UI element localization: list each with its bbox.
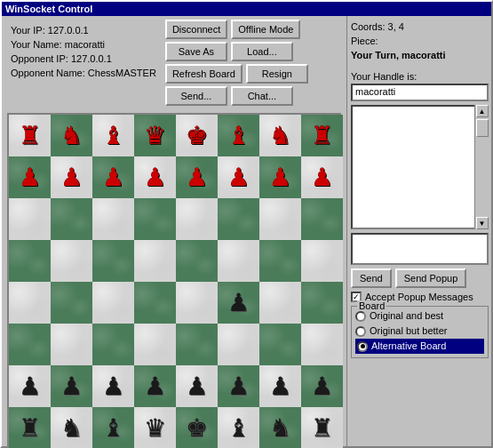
cell-5-6[interactable] [259, 324, 301, 365]
cell-5-2[interactable] [92, 324, 134, 365]
scroll-up[interactable]: ▲ [476, 105, 489, 117]
scroll-down[interactable]: ▼ [476, 217, 489, 229]
piece-0-4: ♚ [186, 124, 208, 148]
cell-4-5[interactable]: ♟ [218, 282, 259, 324]
refresh-board-button[interactable]: Refresh Board [165, 64, 243, 84]
cell-6-0[interactable]: ♟ [9, 365, 51, 407]
cell-2-6[interactable] [259, 198, 301, 240]
cell-2-5[interactable] [218, 198, 259, 240]
cell-2-0[interactable] [9, 198, 51, 240]
cell-4-6[interactable] [259, 282, 301, 324]
cell-7-6[interactable]: ♞ [259, 407, 301, 448]
scrollbar[interactable]: ▲ ▼ [474, 105, 489, 229]
cell-5-0[interactable] [9, 324, 51, 365]
piece-7-6: ♞ [269, 416, 291, 441]
message-input-area[interactable] [351, 233, 489, 265]
cell-4-4[interactable] [176, 282, 218, 324]
cell-6-5[interactable]: ♟ [218, 365, 259, 407]
cell-2-3[interactable] [134, 198, 176, 240]
cell-4-3[interactable] [134, 282, 176, 324]
your-ip-row: Your IP: 127.0.0.1 [11, 23, 156, 37]
piece-7-5: ♝ [227, 416, 250, 441]
cell-0-1[interactable]: ♞ [51, 115, 92, 156]
cell-2-4[interactable] [176, 198, 218, 240]
your-name-row: Your Name: macoratti [11, 37, 156, 52]
cell-3-1[interactable] [51, 240, 92, 282]
cell-5-1[interactable] [51, 324, 92, 365]
opponent-name-value: ChessMASTER [88, 68, 156, 78]
cell-0-3[interactable]: ♛ [134, 115, 176, 156]
cell-0-6[interactable]: ♞ [259, 115, 301, 156]
cell-3-4[interactable] [176, 240, 218, 282]
piece-4-5: ♟ [227, 291, 250, 316]
cell-1-3[interactable]: ♟ [134, 156, 176, 198]
piece-0-7: ♜ [311, 124, 333, 148]
cell-4-1[interactable] [51, 282, 92, 324]
send-popup-button[interactable]: Send Popup [395, 268, 467, 288]
load-button[interactable]: Load... [231, 42, 293, 61]
save-as-button[interactable]: Save As [165, 42, 227, 61]
cell-7-1[interactable]: ♞ [51, 407, 92, 448]
cell-1-4[interactable]: ♟ [176, 156, 218, 198]
send-text-button[interactable]: Send... [165, 86, 227, 106]
disconnect-button[interactable]: Disconnect [165, 20, 227, 39]
coords-info: Coords: 3, 4 Piece: Your Turn, macoratti [351, 20, 489, 62]
chat-button[interactable]: Chat... [231, 86, 293, 106]
cell-2-2[interactable] [92, 198, 134, 240]
cell-7-7[interactable]: ♜ [301, 407, 343, 448]
radio-original-best[interactable] [355, 311, 366, 322]
send-button[interactable]: Send [351, 268, 392, 288]
scroll-thumb[interactable] [476, 119, 489, 137]
cell-5-3[interactable] [134, 324, 176, 365]
btn-row-2: Save As Load... [165, 42, 308, 61]
piece-1-2: ♟ [102, 165, 124, 190]
cell-7-0[interactable]: ♜ [9, 407, 51, 448]
message-display[interactable] [351, 105, 489, 229]
cell-3-5[interactable] [218, 240, 259, 282]
cell-7-5[interactable]: ♝ [218, 407, 259, 448]
cell-4-7[interactable] [301, 282, 343, 324]
cell-1-2[interactable]: ♟ [92, 156, 134, 198]
cell-6-6[interactable]: ♟ [259, 365, 301, 407]
cell-0-7[interactable]: ♜ [301, 115, 343, 156]
cell-7-2[interactable]: ♝ [92, 407, 134, 448]
cell-2-1[interactable] [51, 198, 92, 240]
resign-button[interactable]: Resign [246, 64, 308, 84]
cell-0-0[interactable]: ♜ [9, 115, 51, 156]
cell-6-4[interactable]: ♟ [176, 365, 218, 407]
cell-3-6[interactable] [259, 240, 301, 282]
cell-3-7[interactable] [301, 240, 343, 282]
cell-6-2[interactable]: ♟ [92, 365, 134, 407]
right-panel: Coords: 3, 4 Piece: Your Turn, macoratti… [346, 16, 492, 448]
cell-6-7[interactable]: ♟ [301, 365, 343, 407]
cell-7-3[interactable]: ♛ [134, 407, 176, 448]
cell-4-0[interactable] [9, 282, 51, 324]
cell-1-1[interactable]: ♟ [51, 156, 92, 198]
cell-1-5[interactable]: ♟ [218, 156, 259, 198]
handle-label: Your Handle is: [351, 71, 489, 82]
cell-6-1[interactable]: ♟ [51, 365, 92, 407]
cell-1-6[interactable]: ♟ [259, 156, 301, 198]
cell-0-4[interactable]: ♚ [176, 115, 218, 156]
cell-5-4[interactable] [176, 324, 218, 365]
cell-5-7[interactable] [301, 324, 343, 365]
cell-3-2[interactable] [92, 240, 134, 282]
radio-alternative[interactable] [357, 341, 368, 352]
cell-2-7[interactable] [301, 198, 343, 240]
cell-6-3[interactable]: ♟ [134, 365, 176, 407]
cell-1-7[interactable]: ♟ [301, 156, 343, 198]
your-name-value: macoratti [65, 39, 105, 50]
chess-board[interactable]: ♜♞♝♛♚♝♞♜♟♟♟♟♟♟♟♟♟♟♟♟♟♟♟♟♟♜♞♝♛♚♝♞♜ [7, 113, 341, 447]
radio-original-better-label: Original but better [370, 324, 447, 339]
cell-4-2[interactable] [92, 282, 134, 324]
piece-0-1: ♞ [60, 124, 83, 148]
cell-5-5[interactable] [218, 324, 259, 365]
cell-3-0[interactable] [9, 240, 51, 282]
cell-3-3[interactable] [134, 240, 176, 282]
offline-mode-button[interactable]: Offline Mode [231, 20, 300, 39]
cell-0-2[interactable]: ♝ [92, 115, 134, 156]
cell-7-4[interactable]: ♚ [176, 407, 218, 448]
cell-0-5[interactable]: ♝ [218, 115, 259, 156]
radio-original-better[interactable] [355, 326, 366, 337]
cell-1-0[interactable]: ♟ [9, 156, 51, 198]
